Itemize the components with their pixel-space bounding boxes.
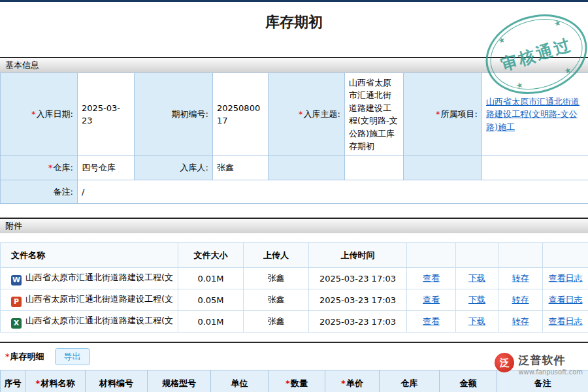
file-name: 山西省太原市汇通北街道路建设工程(文 xyxy=(25,316,173,325)
col-action xyxy=(498,243,543,268)
col-action xyxy=(543,243,588,268)
stamp-star-icon: ★ xyxy=(497,35,506,46)
file-name-cell: P山西省太原市汇通北街道路建设工程(文 xyxy=(1,289,178,311)
required-mark: * xyxy=(31,109,36,119)
section-attachments-title: 附件 xyxy=(5,220,22,232)
view-link[interactable]: 查看 xyxy=(423,273,440,283)
attachment-row: X山西省太原市汇通北街道路建设工程(文 0.01M 张鑫 2025-03-23 … xyxy=(1,311,588,333)
file-size: 0.05M xyxy=(178,289,244,311)
upload-time: 2025-03-23 17:03 xyxy=(309,268,407,289)
uploader: 张鑫 xyxy=(244,268,309,289)
field-label-remark: 备注: xyxy=(1,180,78,204)
page-title: 库存期初 xyxy=(0,12,588,32)
uploader: 张鑫 xyxy=(244,311,309,333)
required-mark: * xyxy=(5,351,10,361)
upload-time: 2025-03-23 17:03 xyxy=(309,289,407,311)
required-mark: * xyxy=(36,378,41,388)
empty-cell xyxy=(345,156,404,180)
required-mark: * xyxy=(436,109,440,119)
required-mark: * xyxy=(341,378,346,388)
field-label-operator: 入库人: xyxy=(135,156,213,180)
view-log-link[interactable]: 查看日志 xyxy=(549,316,583,326)
basic-info-row-3: 备注: / xyxy=(1,180,588,204)
basic-info-row-1: *入库日期: 2025-03-23 期初编号: 2025080017 *入库主题… xyxy=(1,73,588,156)
field-label-project: *所属项目: xyxy=(404,73,482,156)
fanpu-logo-icon: 泛 xyxy=(495,353,514,372)
detail-col-spec-model: 规格型号 xyxy=(148,370,211,392)
col-upload-time: 上传时间 xyxy=(309,243,407,268)
col-action xyxy=(456,243,498,268)
field-value-remark: / xyxy=(78,180,588,204)
download-link[interactable]: 下载 xyxy=(468,295,485,304)
detail-col-material-code: 材料编号 xyxy=(86,370,148,392)
field-label-storage-subject: *入库主题: xyxy=(269,73,345,156)
download-link[interactable]: 下载 xyxy=(468,316,485,326)
col-file-size: 文件大小 xyxy=(178,243,244,268)
file-name-cell: X山西省太原市汇通北街道路建设工程(文 xyxy=(1,311,178,333)
fanpu-brand: 泛普软件 xyxy=(518,353,583,368)
field-value-opening-code: 2025080017 xyxy=(213,73,269,156)
view-link[interactable]: 查看 xyxy=(423,295,440,304)
file-name-cell: W山西省太原市汇通北街道路建设工程(文 xyxy=(1,268,178,289)
field-label-storage-date: *入库日期: xyxy=(1,73,78,156)
field-value-operator: 张鑫 xyxy=(213,156,269,180)
empty-cell xyxy=(404,156,482,180)
transfer-save-link[interactable]: 转存 xyxy=(512,273,529,283)
required-mark: * xyxy=(286,378,290,388)
fanpu-text: 泛普软件 www.fanpusoft.com xyxy=(518,353,583,376)
col-uploader: 上传人 xyxy=(244,243,309,268)
field-value-warehouse: 四号仓库 xyxy=(78,156,135,180)
file-name: 山西省太原市汇通北街道路建设工程(文 xyxy=(25,272,173,282)
field-value-storage-subject: 山西省太原市汇通北街道路建设工程(文明路-文公路)施工库存期初 xyxy=(345,73,404,156)
excel-file-icon: X xyxy=(11,318,22,329)
attachment-row: P山西省太原市汇通北街道路建设工程(文 0.05M 张鑫 2025-03-23 … xyxy=(1,289,588,311)
file-size: 0.01M xyxy=(178,268,244,289)
field-value-project: 山西省太原市汇通北街道路建设工程(文明路-文公路)施工 xyxy=(482,73,588,156)
empty-cell xyxy=(269,156,345,180)
uploader: 张鑫 xyxy=(244,289,309,311)
detail-col-index: 序号 xyxy=(1,370,25,392)
detail-col-quantity: *数量 xyxy=(269,370,325,392)
project-link[interactable]: 山西省太原市汇通北街道路建设工程(文明路-文公路)施工 xyxy=(486,97,580,132)
section-basic-info-title: 基本信息 xyxy=(5,59,39,71)
detail-col-amount: 金额 xyxy=(440,370,497,392)
basic-info-table: *入库日期: 2025-03-23 期初编号: 2025080017 *入库主题… xyxy=(0,73,588,204)
field-value-storage-date: 2025-03-23 xyxy=(78,73,135,156)
top-border xyxy=(0,0,588,2)
section-basic-info: 基本信息 xyxy=(0,57,588,73)
detail-col-warehouse: 仓库 xyxy=(380,370,440,392)
upload-time: 2025-03-23 17:03 xyxy=(309,311,407,333)
file-name: 山西省太原市汇通北街道路建设工程(文 xyxy=(25,294,173,304)
field-label-opening-code: 期初编号: xyxy=(135,73,213,156)
required-mark: * xyxy=(48,163,53,172)
attachments-table: 文件名称 文件大小 上传人 上传时间 W山西省太原市汇通北街道路建设工程(文 0… xyxy=(0,242,588,333)
col-file-name: 文件名称 xyxy=(1,243,178,268)
export-button[interactable]: 导出 xyxy=(55,348,90,365)
attachments-header-row: 文件名称 文件大小 上传人 上传时间 xyxy=(1,243,588,268)
field-label-warehouse: *仓库: xyxy=(1,156,78,180)
view-log-link[interactable]: 查看日志 xyxy=(549,295,583,304)
word-file-icon: W xyxy=(11,275,22,286)
section-attachments: 附件 xyxy=(0,218,588,233)
fanpu-url: www.fanpusoft.com xyxy=(518,368,583,376)
inventory-detail-title: *库存明细 xyxy=(5,351,44,363)
fanpu-watermark: 泛 泛普软件 www.fanpusoft.com xyxy=(495,353,583,376)
empty-cell xyxy=(482,156,588,180)
attachment-row: W山西省太原市汇通北街道路建设工程(文 0.01M 张鑫 2025-03-23 … xyxy=(1,268,588,289)
transfer-save-link[interactable]: 转存 xyxy=(512,295,529,304)
transfer-save-link[interactable]: 转存 xyxy=(512,316,529,326)
required-mark: * xyxy=(299,109,303,119)
detail-col-unit: 单位 xyxy=(211,370,269,392)
download-link[interactable]: 下载 xyxy=(468,273,485,283)
col-action xyxy=(407,243,456,268)
detail-col-unit-price: *单价 xyxy=(325,370,380,392)
detail-col-material-name: *材料名称 xyxy=(25,370,86,392)
inventory-opening-page: 库存期初 ★ ★ ★ ★ 审核通过 基本信息 *入库日期: 2025-03-23… xyxy=(0,0,588,392)
view-link[interactable]: 查看 xyxy=(423,316,440,326)
file-size: 0.01M xyxy=(178,311,244,333)
ppt-file-icon: P xyxy=(11,297,22,307)
basic-info-row-2: *仓库: 四号仓库 入库人: 张鑫 xyxy=(1,156,588,180)
view-log-link[interactable]: 查看日志 xyxy=(549,273,583,283)
